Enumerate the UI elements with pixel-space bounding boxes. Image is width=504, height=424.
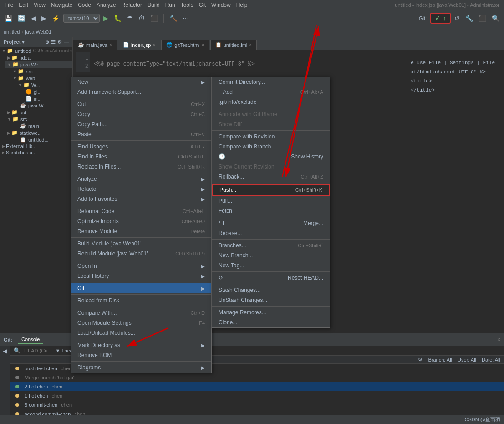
git-log-entry-2[interactable]: 2 hot chen chen (10, 382, 504, 391)
run-button[interactable]: ▶ (102, 14, 110, 23)
tree-staticwe[interactable]: ▶ 📁 staticwe... (5, 129, 72, 136)
ctx-add-framework[interactable]: Add Framework Support... (71, 87, 211, 97)
git-log-entry-1[interactable]: Merge branch 'hot-gai' (10, 373, 504, 382)
ctx-cut[interactable]: Cut Ctrl+X (71, 99, 211, 109)
date-filter[interactable]: Date: All (482, 357, 500, 363)
git-add[interactable]: + Add Ctrl+Alt+A (212, 87, 330, 97)
user-filter[interactable]: User: All (458, 357, 476, 363)
tab-main-java[interactable]: ☕ main.java × (73, 40, 117, 50)
git-reset-head[interactable]: ↺ Reset HEAD... (212, 273, 330, 283)
git-stash-changes[interactable]: Stash Changes... (212, 285, 330, 295)
tree-W[interactable]: ▼ 📁 W... (16, 82, 72, 88)
tree-main[interactable]: ☕ main (11, 123, 72, 129)
ctx-local-history[interactable]: Local History ▶ (71, 271, 211, 281)
menu-file[interactable]: File (2, 1, 16, 9)
ctx-mark-directory[interactable]: Mark Directory as ▶ (71, 340, 211, 350)
git-unstash-changes[interactable]: UnStash Changes... (212, 295, 330, 305)
tab-index-jsp[interactable]: 📄 index.jsp × (118, 40, 160, 50)
forward-button[interactable]: ▶ (40, 14, 48, 23)
menu-view[interactable]: View (31, 1, 48, 9)
sidebar-minimize-icon[interactable]: — (64, 39, 69, 45)
tree-web[interactable]: ▼ 📁 web (11, 75, 72, 82)
menu-window[interactable]: Window (209, 1, 234, 9)
tree-untitled[interactable]: ▼ 📁 untitled C:\Users\Administrator\Idea… (0, 47, 72, 54)
breadcrumb-module[interactable]: java Web01 (25, 29, 51, 35)
ctx-optimize-imports[interactable]: Optimize Imports Ctrl+Alt+O (71, 216, 211, 226)
sync-button[interactable]: 🔄 (16, 14, 27, 23)
menu-analyze[interactable]: Analyze (94, 1, 119, 9)
ctx-remove-bom[interactable]: Remove BOM (71, 350, 211, 360)
ctx-refactor[interactable]: Refactor ▶ (71, 184, 211, 194)
ctx-load-unload-modules[interactable]: Load/Unload Modules... (71, 328, 211, 338)
menu-git[interactable]: Git (196, 1, 209, 9)
profile-button[interactable]: ⏱ (137, 14, 147, 23)
build-button[interactable]: 🔨 (168, 14, 179, 23)
tree-javaWeb[interactable]: ▼ 📁 java We... (5, 61, 72, 68)
menu-help[interactable]: Help (234, 1, 250, 9)
ctx-git[interactable]: Git ▶ (71, 283, 211, 293)
git-clone[interactable]: Clone... (212, 317, 330, 327)
ctx-open-in[interactable]: Open In ▶ (71, 261, 211, 271)
menu-code[interactable]: Code (75, 1, 94, 9)
more-button[interactable]: ⋯ (181, 14, 191, 23)
tab-close-icon[interactable]: × (109, 42, 112, 47)
filter-icon[interactable]: ⚙ (418, 357, 423, 363)
ctx-remove-module[interactable]: Remove Module Delete (71, 226, 211, 236)
git-status-box[interactable]: ✓ ↑ (430, 13, 451, 24)
git-rebase[interactable]: Rebase... (212, 228, 330, 238)
stop-button[interactable]: ⬛ (148, 14, 160, 23)
back-button[interactable]: ◀ (29, 14, 38, 23)
coverage-button[interactable]: ☂ (125, 14, 135, 23)
git-compare-revision[interactable]: Compare with Revision... (212, 132, 330, 142)
git-push[interactable]: Push... Ctrl+Shift+K (212, 184, 330, 196)
ctx-copy-path[interactable]: Copy Path... (71, 119, 211, 129)
git-show-history[interactable]: 🕐 Show History (212, 152, 330, 162)
menu-edit[interactable]: Edit (16, 1, 31, 9)
sidebar-scope-icon[interactable]: ⊕ (45, 39, 49, 45)
ctx-paste[interactable]: Paste Ctrl+V (71, 129, 211, 139)
tab-close-icon[interactable]: × (153, 42, 155, 47)
sidebar-options-icon[interactable]: ☰ (51, 39, 56, 45)
menu-run[interactable]: Run (163, 1, 178, 9)
left-arrow-icon[interactable]: ◀ (3, 348, 7, 354)
ctx-compare-with[interactable]: Compare With... Ctrl+D (71, 308, 211, 318)
sidebar-settings-icon[interactable]: ⚙ (57, 39, 62, 45)
git-commit-directory[interactable]: Commit Directory... (212, 77, 330, 87)
menu-refactor[interactable]: Refactor (119, 1, 145, 9)
close-bottom-icon[interactable]: × (497, 337, 500, 343)
git-fetch[interactable]: Fetch (212, 206, 330, 216)
layout-button[interactable]: ⬛ (477, 14, 488, 23)
tab-close-icon[interactable]: × (249, 42, 252, 47)
tree-external-lib[interactable]: ▶ External Lib... (0, 143, 72, 149)
tree-src[interactable]: ▼ 📁 src (11, 68, 72, 75)
search-everywhere-button[interactable]: 🔍 (490, 14, 501, 23)
ctx-find-in-files[interactable]: Find in Files... Ctrl+Shift+F (71, 152, 211, 162)
tree-in[interactable]: 📄 in... (16, 95, 72, 102)
git-manage-remotes[interactable]: Manage Remotes... (212, 307, 330, 317)
tree-out[interactable]: ▶ 📁 out (5, 109, 72, 116)
git-exclude[interactable]: .git/info/exclude (212, 97, 330, 107)
git-merge[interactable]: ⛙ Merge... (212, 218, 330, 228)
ctx-rebuild-module[interactable]: Rebuild Module 'java Web01' Ctrl+Shift+F… (71, 249, 211, 259)
tab-gitTest-html[interactable]: 🌐 gitTest.html × (161, 40, 209, 50)
save-button[interactable]: 💾 (3, 14, 14, 23)
git-compare-branch[interactable]: Compare with Branch... (212, 142, 330, 152)
tree-javaW[interactable]: ☕ java W... (11, 102, 72, 109)
ctx-reload-from-disk[interactable]: Reload from Disk (71, 296, 211, 306)
tree-gi[interactable]: 🟠 gi... (16, 88, 72, 95)
git-pull[interactable]: Pull... (212, 196, 330, 206)
tree-untitled-iml[interactable]: 📋 untitled... (11, 136, 72, 143)
tab-close-icon[interactable]: × (202, 42, 204, 47)
run-config-select[interactable]: tomcat10 (63, 14, 100, 23)
git-new-tag[interactable]: New Tag... (212, 261, 330, 271)
tree-src2[interactable]: ▼ 📁 src (5, 116, 72, 123)
ctx-build-module[interactable]: Build Module 'java Web01' (71, 239, 211, 249)
ctx-reformat-code[interactable]: Reformat Code Ctrl+Alt+L (71, 206, 211, 216)
branch-filter[interactable]: Branch: All (428, 357, 452, 363)
tab-untitled-iml[interactable]: 📋 untitled.iml × (210, 40, 257, 50)
ctx-diagrams[interactable]: Diagrams ▶ (71, 363, 211, 373)
debug-button[interactable]: 🐛 (112, 14, 123, 23)
git-branches[interactable]: Branches... Ctrl+Shift+` (212, 240, 330, 250)
ctx-replace-in-files[interactable]: Replace in Files... Ctrl+Shift+R (71, 162, 211, 172)
ctx-add-to-favorites[interactable]: Add to Favorites ▶ (71, 194, 211, 204)
